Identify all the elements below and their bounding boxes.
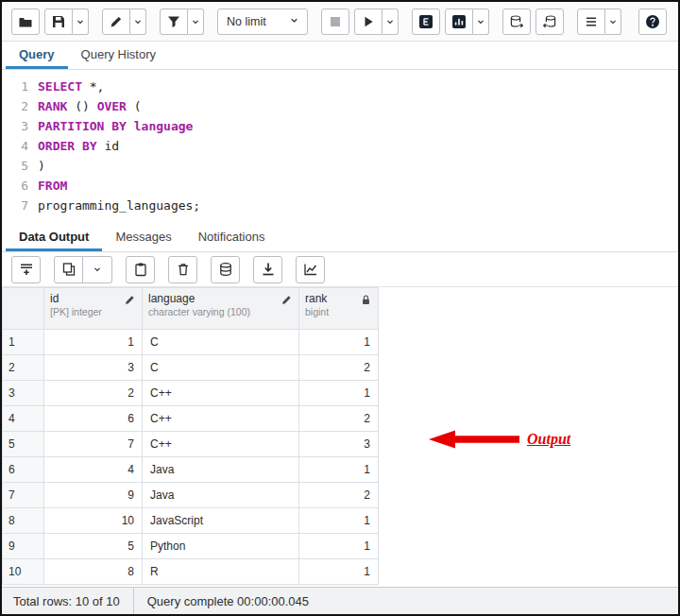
cell-rank[interactable]: 2 xyxy=(299,483,379,508)
stop-button[interactable] xyxy=(321,9,349,35)
execute-button-dropdown[interactable] xyxy=(382,9,399,35)
copy-button[interactable] xyxy=(54,256,83,283)
rollback-button[interactable] xyxy=(536,9,564,35)
chev-icon xyxy=(132,16,144,27)
row-number-cell[interactable]: 4 xyxy=(3,406,44,432)
download-button[interactable] xyxy=(253,256,282,283)
output-tabbar: Data OutputMessagesNotifications xyxy=(2,224,678,252)
edit-button-dropdown[interactable] xyxy=(130,9,146,35)
cell-id[interactable]: 1 xyxy=(44,330,143,355)
cell-id[interactable]: 10 xyxy=(44,508,143,534)
row-number-cell[interactable]: 3 xyxy=(3,381,44,406)
query-tabbar: QueryQuery History xyxy=(2,42,678,70)
cell-language[interactable]: C xyxy=(143,330,299,355)
cell-language[interactable]: C++ xyxy=(143,432,299,457)
save-button-group xyxy=(44,9,89,35)
cell-id[interactable]: 3 xyxy=(44,355,143,381)
explain-analyze-button-dropdown[interactable] xyxy=(473,9,489,35)
tab-messages[interactable]: Messages xyxy=(102,224,184,251)
cell-language[interactable]: JavaScript xyxy=(143,508,299,534)
tab-data-output[interactable]: Data Output xyxy=(6,224,102,251)
open-file-button[interactable] xyxy=(11,9,40,35)
cell-language[interactable]: C++ xyxy=(143,406,299,432)
column-type: [PK] integer xyxy=(50,306,102,318)
code-line: 2RANK () OVER ( xyxy=(2,96,678,116)
row-number-cell[interactable]: 7 xyxy=(3,483,44,508)
cell-language[interactable]: Java xyxy=(143,483,299,508)
save-data-button-group xyxy=(211,256,240,283)
cell-language[interactable]: Python xyxy=(143,534,299,559)
tab-query[interactable]: Query xyxy=(6,42,68,69)
sql-editor[interactable]: 1SELECT *,2RANK () OVER (3PARTITION BY l… xyxy=(2,70,678,224)
column-header-id[interactable]: id [PK] integer xyxy=(44,288,143,330)
commit-button[interactable] xyxy=(502,9,531,35)
column-type: bigint xyxy=(305,306,329,318)
filter-button-group xyxy=(160,9,204,35)
execute-button[interactable] xyxy=(354,9,382,35)
row-number-cell[interactable]: 5 xyxy=(3,432,44,457)
macro-button-dropdown[interactable] xyxy=(605,9,621,35)
chev-icon xyxy=(475,16,486,27)
cell-id[interactable]: 6 xyxy=(44,406,143,432)
tab-query-history[interactable]: Query History xyxy=(68,42,169,69)
explain-button[interactable] xyxy=(412,9,440,35)
filter-button-dropdown[interactable] xyxy=(188,9,204,35)
save-button-dropdown[interactable] xyxy=(73,9,89,35)
code-text: FROM xyxy=(38,176,67,196)
explain-analyze-button[interactable] xyxy=(445,9,473,35)
add-row-button[interactable] xyxy=(11,256,41,283)
cell-rank[interactable]: 1 xyxy=(299,457,379,483)
copy-button-dropdown[interactable] xyxy=(83,256,112,283)
delete-row-button-group xyxy=(168,256,197,283)
row-number-cell[interactable]: 8 xyxy=(3,508,44,534)
cell-rank[interactable]: 3 xyxy=(299,432,379,457)
paste-button-group xyxy=(126,256,155,283)
analyze-icon xyxy=(451,14,467,29)
cell-language[interactable]: Java xyxy=(143,457,299,483)
cell-rank[interactable]: 1 xyxy=(299,508,379,534)
cell-id[interactable]: 4 xyxy=(44,457,143,483)
cell-language[interactable]: R xyxy=(143,559,299,585)
cell-language[interactable]: C xyxy=(143,355,299,381)
cell-id[interactable]: 5 xyxy=(44,534,143,559)
cell-rank[interactable]: 1 xyxy=(299,381,379,406)
open-file-button-group xyxy=(11,9,40,35)
rollback-icon xyxy=(542,14,557,29)
row-number-cell[interactable]: 9 xyxy=(3,534,44,559)
macro-button[interactable] xyxy=(577,9,605,35)
cell-id[interactable]: 9 xyxy=(44,483,143,508)
results-area: id [PK] integer language ch xyxy=(2,287,678,587)
cell-rank[interactable]: 1 xyxy=(299,330,379,355)
cell-rank[interactable]: 2 xyxy=(299,355,379,381)
edit-button[interactable] xyxy=(102,9,130,35)
edit-button-group xyxy=(102,9,146,35)
column-header-rank[interactable]: rank bigint xyxy=(299,288,379,330)
save-data-button[interactable] xyxy=(211,256,240,283)
table-row: 108R1 xyxy=(3,559,379,585)
row-limit-select[interactable]: No limit xyxy=(217,9,308,35)
code-line: 5) xyxy=(2,156,678,176)
column-header-language[interactable]: language character varying (100) xyxy=(143,288,299,330)
chart-button[interactable] xyxy=(296,256,325,283)
cell-rank[interactable]: 1 xyxy=(299,534,379,559)
save-button[interactable] xyxy=(44,9,73,35)
row-number-cell[interactable]: 10 xyxy=(3,559,44,585)
table-row: 11C1 xyxy=(3,330,379,355)
help-button[interactable] xyxy=(638,9,667,35)
cell-id[interactable]: 8 xyxy=(44,559,143,585)
paste-icon xyxy=(133,262,148,277)
tab-notifications[interactable]: Notifications xyxy=(185,224,279,251)
row-number-cell[interactable]: 6 xyxy=(3,457,44,483)
cell-id[interactable]: 7 xyxy=(44,432,143,457)
cell-rank[interactable]: 2 xyxy=(299,406,379,432)
cell-id[interactable]: 2 xyxy=(44,381,143,406)
filter-button[interactable] xyxy=(160,9,188,35)
paste-button[interactable] xyxy=(126,256,155,283)
row-number-cell[interactable]: 2 xyxy=(3,355,44,381)
table-row: 46C++2 xyxy=(3,406,379,432)
row-number-cell[interactable]: 1 xyxy=(3,330,44,355)
cell-rank[interactable]: 1 xyxy=(299,559,379,585)
total-rows-status: Total rows: 10 of 10 xyxy=(13,594,120,608)
delete-row-button[interactable] xyxy=(168,256,197,283)
cell-language[interactable]: C++ xyxy=(143,381,299,406)
